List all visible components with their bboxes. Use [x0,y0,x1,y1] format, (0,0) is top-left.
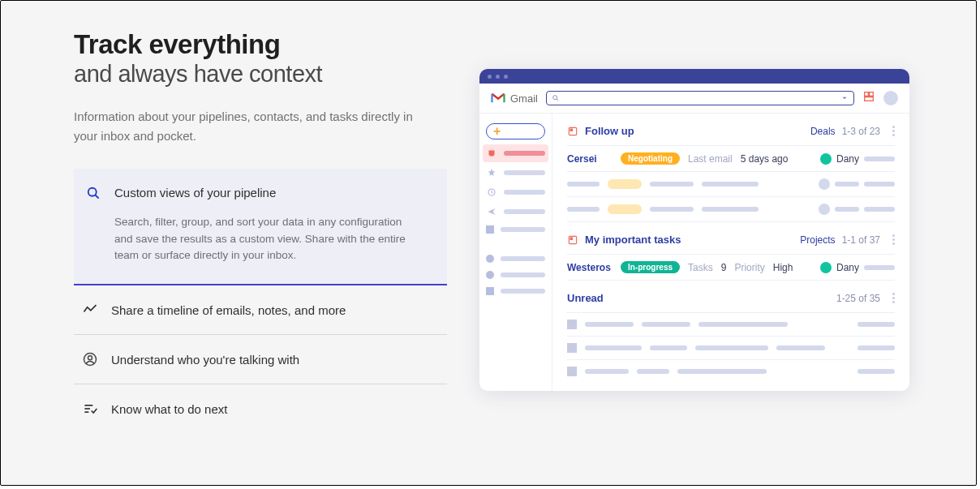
content-pane: Follow up Deals 1-3 of 23 Cersei Negotia… [552,114,909,391]
view-grid-icon[interactable] [862,90,875,106]
field-label: Last email [688,153,733,165]
app-preview-card: Gmail + [479,69,909,391]
subheadline: and always have context [74,61,447,88]
section-title: Follow up [585,125,634,137]
inbox-icon [486,148,497,159]
deal-row-skeleton [567,172,895,197]
deal-row-skeleton [567,197,895,222]
assignee-name: Dany [836,262,859,273]
checkbox-icon [567,367,577,376]
sidebar-item-inbox[interactable] [483,144,548,162]
feature-pipeline-title: Custom views of your pipeline [114,186,276,199]
bullet-icon [486,255,494,263]
user-avatar[interactable] [883,91,898,105]
svg-rect-11 [865,97,874,101]
project-name: Westeros [567,262,612,273]
chevron-down-icon [840,94,849,102]
search-icon [552,94,560,102]
section-head-tasks: My important tasks Projects 1-1 of 37 [567,222,895,255]
sidebar: + [479,114,552,391]
pinned-view-icon [567,234,578,246]
header-actions [862,90,898,106]
sidebar-item[interactable] [486,287,545,295]
compose-button[interactable]: + [486,123,545,139]
more-icon[interactable] [892,234,895,245]
traffic-light-dot [488,75,492,79]
sidebar-item-snoozed[interactable] [486,187,545,198]
section-title: Unread [567,292,604,304]
square-icon [486,287,494,295]
svg-rect-16 [570,238,572,239]
field-label: Tasks [688,262,713,273]
traffic-light-dot [504,75,508,79]
checklist-icon [82,401,98,417]
send-icon [486,206,497,217]
search-input[interactable] [546,91,854,105]
feature-pipeline[interactable]: Custom views of your pipeline Search, fi… [74,169,447,286]
headline: Track everything [74,28,447,61]
bullet-icon [486,271,494,279]
feature-pipeline-body: Search, filter, group, and sort your dat… [114,214,415,265]
feature-understand-title: Understand who you're talking with [111,353,299,367]
section-range: 1-25 of 35 [836,293,880,304]
marketing-column: Track everything and always have context… [74,28,447,457]
assignee-avatar [820,262,832,273]
search-icon [85,185,101,201]
svg-rect-10 [870,92,874,97]
status-badge: Negotiating [621,152,680,165]
clock-icon [486,187,497,198]
gmail-m-icon [491,92,505,104]
checkbox-icon [567,320,577,329]
svg-point-7 [553,96,557,100]
feature-understand[interactable]: Understand who you're talking with [74,335,447,384]
app-header: Gmail [479,84,909,114]
app-body: + [479,114,909,391]
person-circle-icon [82,351,98,367]
assignee-avatar [820,153,832,165]
window-titlebar [479,69,909,84]
checkbox-icon [567,343,577,353]
mail-row-skeleton [567,360,895,383]
svg-line-8 [557,99,558,101]
feature-todo-title: Know what to do next [111,402,227,416]
square-icon [486,225,494,234]
sidebar-item[interactable] [486,271,545,279]
field-value: High [773,262,793,273]
section-title: My important tasks [585,234,681,246]
more-icon[interactable] [892,126,895,136]
page-root: Track everything and always have context… [0,0,977,486]
traffic-light-dot [496,75,500,79]
field-label: Priority [734,262,764,273]
section-scope: Projects [800,234,835,246]
section-head-unread: Unread 1-25 of 35 [567,281,895,313]
mail-row-skeleton [567,337,895,360]
lede-paragraph: Information about your pipelines, contac… [74,107,431,146]
gmail-label: Gmail [510,92,538,105]
more-icon[interactable] [892,293,895,303]
svg-line-1 [96,195,99,198]
svg-point-0 [88,187,97,195]
mail-row-skeleton [567,313,895,337]
section-head-followup: Follow up Deals 1-3 of 23 [567,122,895,146]
timeline-icon [82,302,98,318]
pinned-view-icon [567,126,578,137]
svg-rect-14 [570,129,572,131]
task-row[interactable]: Westeros In-progress Tasks 9 Priority Hi… [567,255,895,281]
field-value: 5 days ago [741,153,789,165]
section-range: 1-1 of 37 [842,234,880,246]
sidebar-item-sent[interactable] [486,206,545,217]
sidebar-item-starred[interactable] [486,167,545,178]
feature-list: Custom views of your pipeline Search, fi… [74,169,447,434]
feature-timeline-title: Share a timeline of emails, notes, and m… [111,303,346,317]
svg-point-3 [88,356,92,360]
deal-row[interactable]: Cersei Negotiating Last email 5 days ago… [567,146,895,172]
gmail-logo[interactable]: Gmail [491,92,538,105]
sidebar-item[interactable] [486,255,545,263]
feature-todo[interactable]: Know what to do next [74,384,447,433]
sidebar-item[interactable] [486,225,545,234]
assignee-name: Dany [836,153,859,165]
field-value: 9 [721,262,727,273]
star-icon [486,167,497,178]
feature-timeline[interactable]: Share a timeline of emails, notes, and m… [74,285,447,335]
deal-name: Cersei [567,153,612,165]
